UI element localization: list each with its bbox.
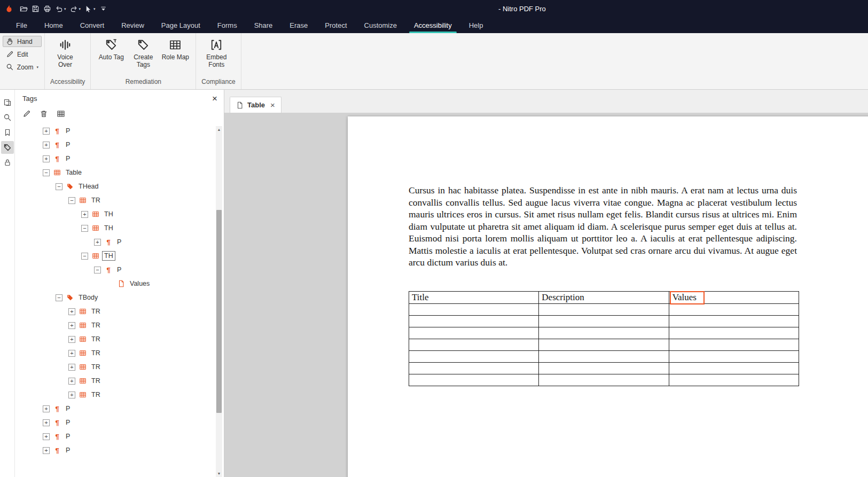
collapse-icon[interactable]: − (81, 225, 88, 232)
quick-access-options-button[interactable] (99, 5, 107, 13)
tree-item-tbody[interactable]: −TBody (15, 291, 224, 304)
document-tab-table[interactable]: Table × (230, 97, 281, 113)
tree-item-table[interactable]: −Table (15, 166, 224, 179)
delete-tag-button[interactable] (40, 109, 48, 118)
collapse-icon[interactable]: − (56, 294, 62, 301)
scrollbar-thumb[interactable] (216, 210, 222, 413)
ribbon-tab-protect[interactable]: Protect (316, 18, 355, 33)
expand-icon[interactable]: + (94, 239, 101, 246)
ribbon-tab-help[interactable]: Help (460, 18, 492, 33)
tree-item-th[interactable]: −TH (15, 249, 224, 263)
undo-button[interactable]: ▾ (55, 5, 66, 13)
tree-item-label[interactable]: P (64, 404, 72, 413)
ribbon-tab-share[interactable]: Share (246, 18, 281, 33)
expand-icon[interactable]: + (43, 128, 50, 135)
edit-tool-button[interactable]: Edit (3, 49, 42, 60)
tree-item-label[interactable]: P (64, 418, 72, 427)
voice-over-button[interactable]: Voice Over (51, 36, 79, 69)
save-file-button[interactable] (32, 5, 40, 13)
tree-item-p[interactable]: +¶P (15, 235, 224, 249)
close-panel-button[interactable]: × (212, 94, 217, 103)
security-panel-button[interactable] (1, 156, 14, 169)
collapse-icon[interactable]: − (68, 197, 75, 204)
ribbon-tab-forms[interactable]: Forms (209, 18, 246, 33)
tree-item-label[interactable]: TR (90, 307, 102, 316)
tree-item-label[interactable]: TR (90, 377, 102, 385)
tree-item-tr[interactable]: +TR (15, 318, 224, 332)
tree-item-tr[interactable]: +TR (15, 346, 224, 360)
hand-tool-button[interactable]: Hand (3, 36, 42, 47)
tree-item-label[interactable]: TR (90, 363, 102, 371)
scroll-down-arrow-icon[interactable]: ▼ (216, 470, 222, 477)
tree-item-tr[interactable]: +TR (15, 332, 224, 346)
tree-item-label[interactable]: TR (90, 196, 102, 205)
ribbon-tab-review[interactable]: Review (113, 18, 153, 33)
tree-item-tr[interactable]: +TR (15, 374, 224, 388)
customize-tools-button[interactable]: ▾ (84, 5, 96, 13)
tree-item-p[interactable]: +¶P (15, 152, 224, 166)
tree-item-thead[interactable]: −THead (15, 179, 224, 193)
tree-item-p[interactable]: +¶P (15, 429, 224, 443)
tree-item-label[interactable]: P (64, 154, 72, 163)
tags-panel-button[interactable] (1, 141, 14, 154)
tree-item-label[interactable]: P (64, 140, 72, 149)
tree-item-label[interactable]: Table (64, 168, 83, 177)
pages-panel-button[interactable] (1, 96, 14, 109)
ribbon-tab-home[interactable]: Home (36, 18, 72, 33)
expand-icon[interactable]: + (68, 392, 75, 398)
tree-item-label[interactable]: TBody (77, 293, 99, 302)
tree-item-label[interactable]: THead (77, 182, 100, 191)
tree-item-p[interactable]: +¶P (15, 138, 224, 152)
tree-item-tr[interactable]: +TR (15, 388, 224, 402)
scroll-up-arrow-icon[interactable]: ▲ (216, 126, 222, 133)
open-file-button[interactable] (20, 5, 28, 13)
expand-icon[interactable]: + (43, 142, 50, 148)
expand-icon[interactable]: + (68, 322, 75, 329)
expand-icon[interactable]: + (81, 211, 88, 218)
dropdown-caret-icon[interactable]: ▾ (36, 65, 38, 69)
tree-item-label[interactable]: TH (103, 252, 115, 260)
zoom-tool-button[interactable]: Zoom▾ (3, 61, 42, 73)
close-tab-icon[interactable]: × (270, 100, 275, 110)
tree-item-label[interactable]: TH (103, 224, 115, 232)
tree-item-values[interactable]: Values (15, 277, 224, 291)
tree-item-th[interactable]: +TH (15, 207, 224, 221)
tree-item-p[interactable]: −¶P (15, 263, 224, 277)
ribbon-tab-accessibility[interactable]: Accessibility (405, 18, 460, 33)
ribbon-tab-convert[interactable]: Convert (72, 18, 113, 33)
pdf-page[interactable]: Cursus in hac habitasse platea. Suspendi… (348, 116, 868, 477)
tree-item-label[interactable]: TR (90, 390, 102, 399)
expand-icon[interactable]: + (43, 405, 50, 412)
role-map-button[interactable]: Role Map (161, 36, 189, 61)
tree-item-th[interactable]: −TH (15, 221, 224, 235)
tree-item-label[interactable]: Values (128, 279, 151, 288)
collapse-icon[interactable]: − (56, 183, 62, 190)
expand-icon[interactable]: + (68, 378, 75, 385)
tree-item-p[interactable]: +¶P (15, 402, 224, 416)
expand-icon[interactable]: + (68, 308, 75, 315)
edit-tag-button[interactable] (22, 109, 31, 118)
bookmarks-panel-button[interactable] (1, 126, 14, 139)
expand-icon[interactable]: + (68, 336, 75, 343)
dropdown-caret-icon[interactable]: ▾ (79, 7, 81, 11)
collapse-icon[interactable]: − (43, 169, 50, 176)
collapse-icon[interactable]: − (94, 267, 101, 273)
tree-item-tr[interactable]: +TR (15, 360, 224, 374)
tree-item-label[interactable]: P (115, 265, 123, 274)
tree-item-p[interactable]: +¶P (15, 443, 224, 457)
tree-item-label[interactable]: TR (90, 349, 102, 357)
document-canvas[interactable]: Cursus in hac habitasse platea. Suspendi… (224, 113, 868, 477)
collapse-icon[interactable]: − (81, 253, 88, 260)
dropdown-caret-icon[interactable]: ▾ (93, 7, 96, 11)
tree-item-p[interactable]: +¶P (15, 124, 224, 138)
tree-item-label[interactable]: P (64, 446, 72, 455)
create-tags-button[interactable]: Create Tags (129, 36, 157, 69)
tree-item-tr[interactable]: −TR (15, 193, 224, 207)
ribbon-tab-erase[interactable]: Erase (281, 18, 316, 33)
tree-item-tr[interactable]: +TR (15, 304, 224, 318)
redo-button[interactable]: ▾ (70, 5, 81, 13)
dropdown-caret-icon[interactable]: ▾ (64, 7, 66, 11)
tree-item-label[interactable]: TR (90, 321, 102, 330)
tree-item-label[interactable]: P (64, 432, 72, 441)
expand-icon[interactable]: + (43, 419, 50, 426)
